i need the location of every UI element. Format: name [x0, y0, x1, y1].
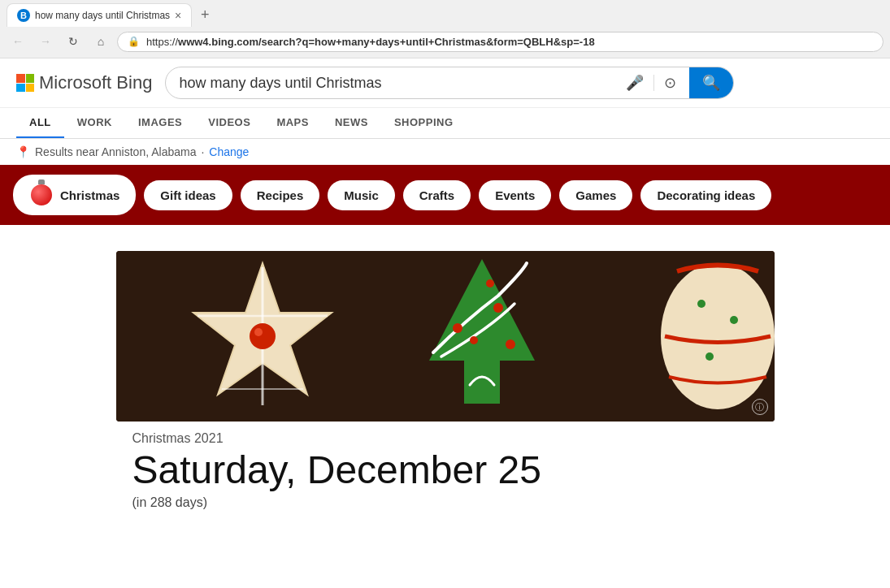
url-text: https://www4.bing.com/search?q=how+many+…	[146, 36, 595, 48]
change-location-link[interactable]: Change	[209, 145, 249, 158]
search-submit-button[interactable]: 🔍	[689, 67, 733, 98]
svg-point-17	[705, 352, 714, 361]
back-button[interactable]: ←	[7, 30, 29, 53]
pill-christmas-label: Christmas	[60, 188, 119, 202]
search-icons: 🎤 ⊙	[626, 74, 676, 92]
pill-events[interactable]: Events	[479, 180, 551, 210]
pill-decorating-ideas-label: Decorating ideas	[657, 188, 755, 202]
microsoft-logo	[16, 74, 34, 92]
cookies-scene: ⓘ	[116, 251, 775, 422]
tab-shopping[interactable]: SHOPPING	[381, 108, 467, 138]
active-tab[interactable]: B how many days until Christmas ×	[7, 3, 192, 27]
pill-events-label: Events	[495, 188, 535, 202]
bing-logo[interactable]: Microsoft Bing	[16, 72, 152, 93]
tab-videos[interactable]: VIDEOS	[195, 108, 263, 138]
bing-page: Microsoft Bing 🎤 ⊙ 🔍 ALL WORK IMAGES VID…	[0, 58, 890, 510]
pill-christmas[interactable]: Christmas	[13, 175, 136, 215]
pill-crafts-label: Crafts	[419, 188, 454, 202]
location-text: Results near Anniston, Alabama	[35, 145, 196, 158]
tab-news[interactable]: NEWS	[322, 108, 381, 138]
svg-point-10	[493, 303, 503, 313]
tab-work[interactable]: WORK	[64, 108, 125, 138]
result-date: Saturday, December 25	[132, 449, 758, 492]
christmas-ornament-icon	[29, 183, 54, 207]
tab-close-button[interactable]: ×	[175, 9, 181, 22]
forward-button[interactable]: →	[34, 30, 57, 53]
search-input[interactable]	[179, 75, 619, 92]
pill-recipes[interactable]: Recipes	[241, 180, 320, 210]
location-bar: 📍 Results near Anniston, Alabama · Chang…	[0, 139, 890, 165]
new-tab-button[interactable]: +	[193, 4, 216, 27]
svg-point-9	[453, 323, 462, 333]
bing-header: Microsoft Bing 🎤 ⊙ 🔍	[0, 58, 890, 108]
lock-icon: 🔒	[128, 36, 140, 47]
pills-bar: Christmas Gift ideas Recipes Music Craft…	[0, 165, 890, 225]
bing-nav: ALL WORK IMAGES VIDEOS MAPS NEWS SHOPPIN…	[0, 108, 890, 139]
result-year: Christmas 2021	[132, 431, 758, 446]
result-days: (in 288 days)	[132, 495, 758, 510]
location-separator: ·	[201, 145, 204, 158]
tab-favicon: B	[17, 9, 30, 22]
pill-crafts[interactable]: Crafts	[403, 180, 471, 210]
tab-all[interactable]: ALL	[16, 108, 64, 138]
cookies-svg	[116, 251, 775, 422]
search-divider	[653, 75, 654, 91]
tab-bar: B how many days until Christmas × +	[0, 0, 890, 27]
pill-games-label: Games	[575, 188, 616, 202]
svg-point-5	[250, 323, 276, 349]
pill-gift-ideas-label: Gift ideas	[160, 188, 215, 202]
bing-wordmark: Microsoft Bing	[39, 72, 152, 93]
tab-maps[interactable]: MAPS	[263, 108, 322, 138]
svg-point-12	[470, 336, 478, 344]
svg-point-13	[486, 279, 494, 288]
pill-gift-ideas[interactable]: Gift ideas	[144, 180, 232, 210]
pill-games[interactable]: Games	[559, 180, 632, 210]
pill-music[interactable]: Music	[328, 180, 395, 210]
address-bar: ← → ↻ ⌂ 🔒 https://www4.bing.com/search?q…	[0, 27, 890, 58]
svg-point-16	[730, 316, 738, 324]
browser-chrome: B how many days until Christmas × + ← → …	[0, 0, 890, 58]
image-info-button[interactable]: ⓘ	[752, 399, 768, 415]
svg-point-6	[254, 328, 263, 336]
pill-recipes-label: Recipes	[257, 188, 304, 202]
microphone-icon[interactable]: 🎤	[626, 74, 644, 92]
tab-images[interactable]: IMAGES	[125, 108, 195, 138]
pill-decorating-ideas[interactable]: Decorating ideas	[640, 180, 771, 210]
tab-title: how many days until Christmas	[35, 10, 170, 21]
home-button[interactable]: ⌂	[89, 30, 112, 53]
refresh-button[interactable]: ↻	[62, 30, 85, 53]
svg-rect-8	[464, 359, 500, 404]
location-icon: 📍	[16, 145, 30, 158]
svg-point-15	[697, 300, 705, 308]
camera-icon[interactable]: ⊙	[664, 74, 676, 92]
hero-image: ⓘ	[116, 251, 775, 422]
search-box[interactable]: 🎤 ⊙ 🔍	[165, 67, 734, 99]
svg-point-11	[506, 339, 515, 349]
svg-point-14	[661, 263, 775, 409]
pill-music-label: Music	[344, 188, 379, 202]
url-box[interactable]: 🔒 https://www4.bing.com/search?q=how+man…	[117, 32, 883, 52]
